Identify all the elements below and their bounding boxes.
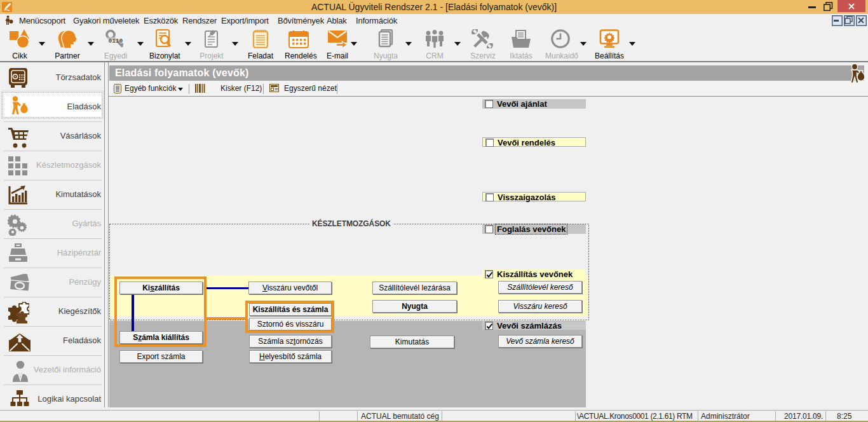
svg-text:0110: 0110 — [109, 37, 123, 44]
